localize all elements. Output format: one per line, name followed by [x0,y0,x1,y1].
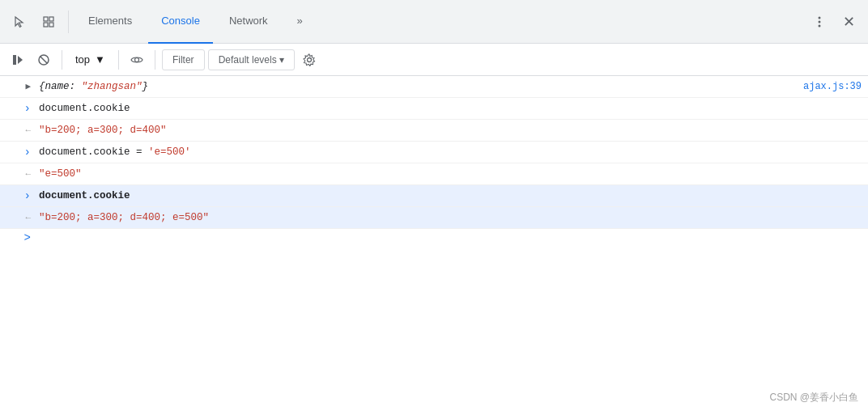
svg-line-10 [40,56,48,63]
svg-rect-0 [44,17,48,21]
svg-rect-3 [49,23,53,27]
console-row-7: ← "b=200; a=300; d=400; e=500" [0,207,868,229]
tab-network-label: Network [229,15,268,27]
row-content-1: {name: "zhangsan"} [36,78,797,95]
console-row-6: › document.cookie [0,185,868,207]
context-value: top [75,53,90,66]
svg-marker-8 [18,56,23,64]
row-indicator-4: › [0,143,36,159]
row-source-1[interactable]: ajax.js:39 [797,78,868,95]
close-icon[interactable]: ✕ [836,9,862,35]
tab-network[interactable]: Network [216,0,281,44]
svg-rect-1 [49,17,53,21]
inspect-icon[interactable] [36,9,62,35]
console-row-1: ▶ {name: "zhangsan"} ajax.js:39 [0,76,868,98]
console-toolbar: top ▼ Filter Default levels ▾ [0,44,868,76]
row-content-7: "b=200; a=300; d=400; e=500" [36,209,868,227]
toolbar-divider-1 [68,11,69,33]
row-indicator-6: › [0,187,36,203]
svg-point-5 [819,20,821,23]
tab-elements[interactable]: Elements [75,0,145,44]
default-levels-button[interactable]: Default levels ▾ [208,49,295,70]
svg-rect-7 [13,55,16,65]
console-divider-3 [155,50,155,70]
row-content-4: document.cookie = 'e=500' [36,143,868,161]
svg-point-11 [134,57,138,61]
filter-button[interactable]: Filter [162,49,205,70]
console-prompt-row[interactable]: > [0,229,868,255]
tab-console[interactable]: Console [148,0,213,44]
svg-point-4 [819,16,821,19]
more-options-icon[interactable] [806,9,832,35]
row-expand-arrow-1[interactable]: ▶ [0,78,36,94]
row-indicator-7: ← [0,209,36,225]
console-row-5: ← "e=500" [0,163,868,185]
console-row-3: ← "b=200; a=300; d=400" [0,120,868,142]
console-row-2: › document.cookie [0,98,868,120]
row-content-2: document.cookie [36,100,868,117]
row-indicator-2: › [0,100,36,116]
tab-more-label: » [297,15,303,27]
watermark: CSDN @姜香小白鱼 [769,391,858,405]
svg-rect-2 [44,23,48,27]
clear-icon[interactable] [32,49,55,71]
settings-icon[interactable] [298,49,321,71]
tab-console-label: Console [161,15,200,27]
console-content: ▶ {name: "zhangsan"} ajax.js:39 › docume… [0,76,868,411]
context-select[interactable]: top ▼ [69,52,112,67]
context-dropdown-icon: ▼ [95,53,105,66]
svg-point-6 [819,24,821,27]
row-content-5: "e=500" [36,165,868,183]
eye-icon[interactable] [126,49,148,71]
row-indicator-5: ← [0,165,36,181]
row-indicator-3: ← [0,121,36,138]
devtools-toolbar: Elements Console Network » ✕ [0,0,868,44]
console-row-4: › document.cookie = 'e=500' [0,142,868,163]
svg-point-12 [308,57,312,61]
play-icon[interactable] [6,49,29,71]
tab-more[interactable]: » [284,0,316,44]
pointer-icon[interactable] [6,9,32,35]
console-divider-1 [62,50,62,70]
row-content-3: "b=200; a=300; d=400" [36,121,868,139]
prompt-symbol: > [24,231,31,245]
tab-elements-label: Elements [88,15,132,27]
row-content-6: document.cookie [36,187,868,205]
console-divider-2 [118,50,119,70]
